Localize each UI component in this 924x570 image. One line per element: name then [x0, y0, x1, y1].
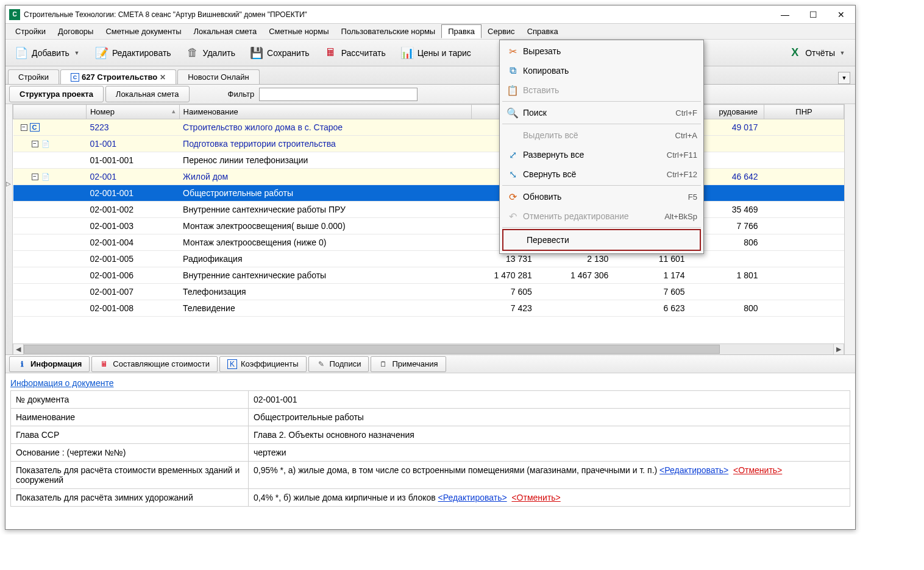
folder-icon: 📄	[41, 139, 51, 148]
menu-item-Обновить[interactable]: ⟳ Обновить F5	[500, 187, 703, 206]
menu-item-label: Свернуть всё	[523, 169, 667, 179]
edit-button[interactable]: 📝Редактировать	[90, 43, 177, 63]
table-row[interactable]: 01-001-001Перенос линии телефонизации	[13, 152, 844, 169]
menu-item-label: Вставить	[523, 85, 697, 95]
menu-item-label: Отменить редактирование	[523, 211, 664, 221]
calc-button[interactable]: 🖩Рассчитать	[319, 43, 391, 63]
tree-toggle-icon[interactable]: −	[32, 141, 38, 147]
subtab-label: Локальная смета	[116, 90, 179, 99]
bottom-tab-2[interactable]: KКоэффициенты	[219, 356, 307, 372]
column-header[interactable]: ПНР	[764, 105, 844, 119]
tree-toggle-icon[interactable]: −	[21, 124, 27, 131]
column-header[interactable]: Номер ▴	[86, 105, 179, 119]
menu-item-Поиск[interactable]: 🔍 Поиск Ctrl+F	[500, 103, 703, 122]
table-row[interactable]: −📄02-001Жилой дом17 1446 642	[13, 169, 844, 185]
horizontal-scrollbar[interactable]: ◀ ▶	[13, 343, 844, 354]
subtab-local[interactable]: Локальная смета	[105, 86, 190, 102]
menu-стройки[interactable]: Стройки	[9, 25, 52, 38]
menu-item-Развернуть все[interactable]: ⤢ Развернуть все Ctrl+F11	[500, 145, 703, 164]
prices-button[interactable]: 📊Цены и тарис	[395, 43, 477, 63]
bottom-tab-0[interactable]: ℹИнформация	[9, 356, 90, 372]
subtab-structure[interactable]: Структура проекта	[9, 86, 104, 102]
menu-item-Вырезать[interactable]: ✂ Вырезать	[500, 41, 703, 61]
info-key: Наименование	[11, 409, 249, 426]
tab-project[interactable]: C627 Строительство ✕	[60, 69, 176, 84]
expand-handle-icon[interactable]: ▷	[5, 177, 12, 189]
collapse-icon: ⤡	[502, 169, 523, 180]
table-row[interactable]: 02-001-003Монтаж электроосвещения( выше …	[13, 218, 844, 234]
table-row[interactable]: 02-001-004Монтаж электроосвещения (ниже …	[13, 234, 844, 251]
tab-icon: 🗒	[378, 359, 388, 369]
more-tabs-button[interactable]: ▼	[838, 72, 850, 84]
close-tab-icon[interactable]: ✕	[160, 73, 166, 82]
add-button[interactable]: 📄Добавить▼	[9, 43, 86, 63]
menu-item-label: Поиск	[523, 108, 675, 118]
tab-stroyki[interactable]: Стройки	[8, 69, 59, 84]
table-row[interactable]: 02-001-002Внутренние сантехнические рабо…	[13, 202, 844, 218]
menu-сервис[interactable]: Сервис	[482, 25, 521, 38]
info-value: 02-001-001	[249, 391, 850, 409]
info-title: Информация о документе	[10, 378, 850, 388]
column-header[interactable]	[13, 105, 87, 119]
menu-item-Копировать[interactable]: ⧉ Копировать	[500, 61, 703, 80]
edit-link[interactable]: <Редактировать>	[659, 465, 728, 475]
delete-button[interactable]: 🗑Удалить	[180, 43, 241, 63]
left-gutter: ▷	[5, 104, 13, 354]
table-row[interactable]: 02-001-006Внутренние сантехнические рабо…	[13, 267, 844, 284]
scroll-thumb[interactable]	[24, 345, 720, 354]
close-button[interactable]: ✕	[827, 5, 855, 24]
table-row[interactable]: 02-001-001Общестроительные работы15 22	[13, 185, 844, 202]
maximize-button[interactable]: ☐	[799, 5, 827, 24]
edit-label: Редактировать	[112, 48, 171, 58]
info-table: № документа02-001-001НаименованиеОбщестр…	[10, 390, 850, 507]
filter-input[interactable]	[259, 88, 418, 101]
bottom-tab-label: Составляющие стоимости	[113, 359, 210, 368]
tree-toggle-icon[interactable]: −	[32, 174, 38, 180]
menu-пользовательские нормы[interactable]: Пользовательские нормы	[335, 25, 442, 38]
menu-item-Отменить редактирование: ↶ Отменить редактирование Alt+BkSp	[500, 206, 703, 226]
column-header[interactable]: Наименование	[179, 105, 472, 119]
scroll-left-icon[interactable]: ◀	[13, 344, 24, 354]
info-key: Основание : (чертежи №№)	[11, 444, 249, 462]
save-label: Сохранить	[267, 48, 310, 58]
menu-правка[interactable]: Правка	[441, 24, 482, 38]
bottom-tab-1[interactable]: 🖩Составляющие стоимости	[91, 356, 218, 372]
table-row[interactable]: 02-001-005Радиофикация13 7312 13011 601	[13, 251, 844, 267]
menu-сметные нормы[interactable]: Сметные нормы	[263, 25, 335, 38]
menu-локальная смета[interactable]: Локальная смета	[188, 25, 263, 38]
info-value: Общестроительные работы	[249, 409, 850, 426]
menu-справка[interactable]: Справка	[521, 25, 564, 38]
info-key: № документа	[11, 391, 249, 409]
tab-icon: ✎	[316, 359, 326, 369]
menu-договоры[interactable]: Договоры	[52, 25, 99, 38]
cancel-link[interactable]: <Отменить>	[733, 465, 782, 475]
menu-item-Свернуть всё[interactable]: ⤡ Свернуть всё Ctrl+F12	[500, 164, 703, 184]
table-row[interactable]: −📄01-001Подготовка территории строительс…	[13, 136, 844, 152]
table-row[interactable]: 02-001-008Телевидение7 4236 623800	[13, 300, 844, 317]
cancel-link[interactable]: <Отменить>	[511, 493, 560, 502]
menu-сметные документы[interactable]: Сметные документы	[99, 25, 187, 38]
filter-label: Фильтр	[228, 90, 255, 99]
undo-icon: ↶	[502, 211, 523, 222]
table-row[interactable]: −C5223Строительство жилого дома в с. Ста…	[13, 119, 844, 136]
save-button[interactable]: 💾Сохранить	[244, 43, 315, 63]
add-icon: 📄	[15, 46, 28, 60]
tab-news[interactable]: Новости Онлайн	[177, 69, 259, 84]
table-row[interactable]: 02-001-007Телефонизация7 6057 605	[13, 284, 844, 300]
menu-item-Перевести[interactable]: Перевести	[502, 229, 701, 251]
bottom-tab-4[interactable]: 🗒Примечания	[371, 356, 446, 372]
menu-item-label: Обновить	[523, 192, 688, 202]
menu-shortcut: Alt+BkSp	[664, 212, 697, 221]
bottom-tab-3[interactable]: ✎Подписи	[308, 356, 369, 372]
info-value: 0,95% *, а) жилые дома, в том числе со в…	[249, 462, 850, 489]
copy-icon: ⧉	[502, 65, 523, 76]
vertical-scrollbar[interactable]	[844, 104, 855, 354]
minimize-button[interactable]: —	[771, 5, 799, 24]
main-area: ▷ Номер ▴НаименованиеВсегорудованиеПНР −…	[5, 104, 855, 529]
reports-label: Отчёты	[805, 48, 835, 58]
scroll-right-icon[interactable]: ▶	[833, 344, 844, 354]
calc-icon: 🖩	[324, 46, 338, 60]
document-tabs: Стройки C627 Строительство ✕ Новости Онл…	[5, 66, 855, 85]
reports-button[interactable]: XОтчёты▼	[783, 43, 851, 63]
edit-link[interactable]: <Редактировать>	[438, 493, 507, 502]
